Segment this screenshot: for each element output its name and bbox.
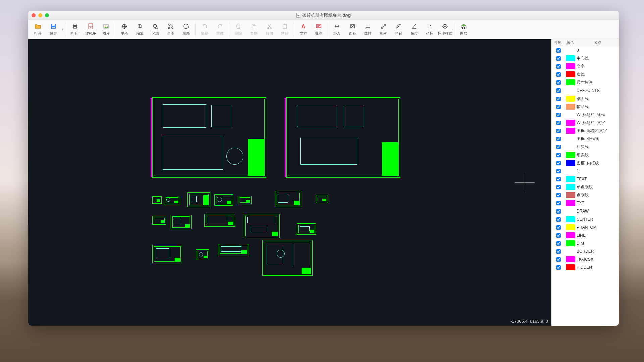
topdf-button[interactable]: PDF转PDF	[83, 21, 98, 38]
drawing-sheet[interactable]	[286, 97, 400, 178]
layer-row[interactable]: 粗实线	[552, 143, 619, 151]
layer-row[interactable]: 虚线	[552, 70, 619, 78]
drawing-sheet[interactable]	[244, 214, 280, 238]
drawing-sheet[interactable]	[152, 196, 162, 204]
distance-button[interactable]: 距离	[329, 21, 345, 38]
layer-row[interactable]: 图框_标题栏文字	[552, 127, 619, 135]
layer-row[interactable]: 0	[552, 46, 619, 54]
layer-color-swatch[interactable]	[566, 168, 575, 174]
layer-visibility-checkbox[interactable]	[556, 241, 561, 246]
layer-visibility-checkbox[interactable]	[556, 257, 561, 262]
drawing-sheet[interactable]	[164, 196, 180, 205]
layer-color-swatch[interactable]	[566, 184, 575, 190]
pan-button[interactable]: 平移	[117, 21, 132, 38]
layer-row[interactable]: DIM	[552, 239, 619, 247]
drawing-sheet[interactable]	[152, 216, 166, 225]
layer-visibility-checkbox[interactable]	[556, 217, 561, 222]
radius-button[interactable]: 半径	[391, 21, 407, 38]
layer-color-swatch[interactable]	[566, 120, 575, 126]
layer-visibility-checkbox[interactable]	[556, 193, 561, 197]
layer-color-swatch[interactable]	[566, 256, 575, 262]
region-button[interactable]: 区域	[148, 21, 163, 38]
layer-color-swatch[interactable]	[566, 71, 575, 77]
layer-color-swatch[interactable]	[566, 63, 575, 69]
layer-visibility-checkbox[interactable]	[556, 177, 561, 181]
layer-visibility-checkbox[interactable]	[556, 201, 561, 205]
layer-row[interactable]: 剖面线	[552, 95, 619, 103]
layer-visibility-checkbox[interactable]	[556, 233, 561, 238]
linear-button[interactable]: 线性	[360, 21, 376, 38]
layer-visibility-checkbox[interactable]	[556, 145, 561, 149]
layer-visibility-checkbox[interactable]	[556, 265, 561, 270]
layer-row[interactable]: TEXT	[552, 175, 619, 183]
drawing-sheet[interactable]	[171, 215, 192, 229]
angle-button[interactable]: 角度	[407, 21, 422, 38]
layer-visibility-checkbox[interactable]	[556, 105, 561, 109]
layer-visibility-checkbox[interactable]	[556, 48, 561, 53]
layer-row[interactable]: 单点划线	[552, 183, 619, 191]
drawing-canvas[interactable]: -17005.4, 6163.9, 0	[28, 39, 551, 326]
save-dropdown[interactable]: ▾	[61, 27, 64, 31]
layer-row[interactable]: TK-JCSX	[552, 255, 619, 263]
header-name[interactable]: 名称	[576, 39, 619, 46]
layer-color-swatch[interactable]	[566, 264, 575, 270]
area-button[interactable]: 面积	[345, 21, 360, 38]
layer-color-swatch[interactable]	[566, 104, 575, 110]
layer-visibility-checkbox[interactable]	[556, 153, 561, 157]
layer-visibility-checkbox[interactable]	[556, 56, 561, 61]
text-button[interactable]: A文本	[296, 21, 311, 38]
drawing-sheet[interactable]	[238, 196, 252, 204]
layer-color-swatch[interactable]	[566, 96, 575, 102]
layer-color-swatch[interactable]	[566, 112, 575, 118]
layer-color-swatch[interactable]	[566, 128, 575, 134]
layer-row[interactable]: 图框_内框线	[552, 159, 619, 167]
drawing-sheet[interactable]	[152, 97, 266, 178]
layers-list[interactable]: 0中心线文字虚线尺寸标注DEFPOINTS剖面线辅助线W_标题栏_线框W_标题栏…	[552, 46, 619, 326]
layers-button[interactable]: 图层	[456, 21, 471, 38]
layer-color-swatch[interactable]	[566, 152, 575, 158]
drawing-sheet[interactable]	[196, 249, 209, 260]
layer-visibility-checkbox[interactable]	[556, 209, 561, 214]
layer-color-swatch[interactable]	[566, 144, 575, 150]
layer-visibility-checkbox[interactable]	[556, 225, 561, 230]
layer-color-swatch[interactable]	[566, 216, 575, 222]
layer-color-swatch[interactable]	[566, 160, 575, 166]
layer-visibility-checkbox[interactable]	[556, 129, 561, 133]
coord-button[interactable]: 坐标	[422, 21, 437, 38]
layer-row[interactable]: W_标题栏_线框	[552, 111, 619, 119]
layer-row[interactable]: DRAW	[552, 207, 619, 215]
layer-row[interactable]: HIDDEN	[552, 263, 619, 272]
relative-button[interactable]: 相对	[376, 21, 391, 38]
layer-visibility-checkbox[interactable]	[556, 169, 561, 173]
dimstyle-button[interactable]: 标注样式	[437, 21, 453, 38]
full-button[interactable]: 全图	[163, 21, 178, 38]
layer-color-swatch[interactable]	[566, 192, 575, 198]
layer-color-swatch[interactable]	[566, 47, 575, 53]
layer-visibility-checkbox[interactable]	[556, 161, 561, 165]
layer-row[interactable]: 图框_外框线	[552, 135, 619, 143]
layer-row[interactable]: 1	[552, 167, 619, 175]
layer-visibility-checkbox[interactable]	[556, 121, 561, 125]
note-button[interactable]: 批注	[311, 21, 326, 38]
layer-visibility-checkbox[interactable]	[556, 88, 561, 93]
layer-row[interactable]: LINE	[552, 231, 619, 239]
layer-color-swatch[interactable]	[566, 79, 575, 85]
layer-row[interactable]: 细实线	[552, 151, 619, 159]
header-visible[interactable]: 可见	[552, 39, 564, 46]
layer-row[interactable]: 中心线	[552, 54, 619, 62]
open-button[interactable]: 打开	[30, 21, 46, 38]
layer-visibility-checkbox[interactable]	[556, 113, 561, 117]
layer-color-swatch[interactable]	[566, 87, 575, 94]
layer-row[interactable]: PHANTOM	[552, 223, 619, 231]
zoom-button[interactable]: 缩放	[132, 21, 148, 38]
image-button[interactable]: 图片	[98, 21, 114, 38]
layer-row[interactable]: CENTER	[552, 215, 619, 223]
drawing-sheet[interactable]	[262, 240, 313, 276]
layer-row[interactable]: 点划线	[552, 191, 619, 199]
drawing-sheet[interactable]	[218, 244, 249, 255]
layer-visibility-checkbox[interactable]	[556, 185, 561, 189]
layer-color-swatch[interactable]	[566, 224, 575, 230]
refresh-button[interactable]: 刷新	[178, 21, 194, 38]
layer-visibility-checkbox[interactable]	[556, 249, 561, 254]
drawing-sheet[interactable]	[214, 194, 233, 206]
